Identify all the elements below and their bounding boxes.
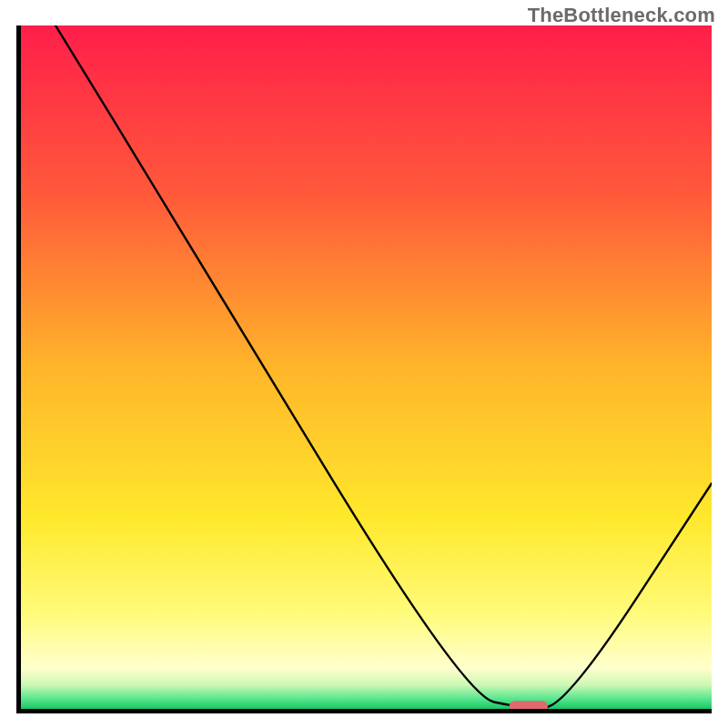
chart-frame: TheBottleneck.com [0,0,728,728]
plot-area [16,25,712,713]
chart-svg [21,25,712,709]
optimal-marker [510,702,548,709]
gradient-background [21,25,712,709]
watermark-text: TheBottleneck.com [528,4,715,27]
